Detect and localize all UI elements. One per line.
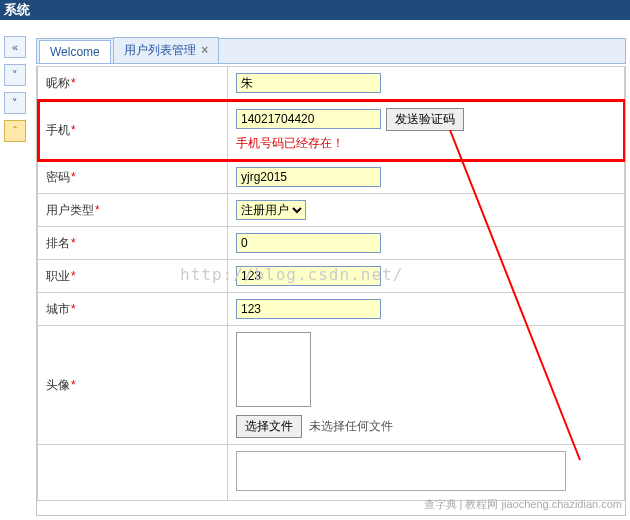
usertype-select[interactable]: 注册用户: [236, 200, 306, 220]
label-job: 职业*: [38, 260, 228, 293]
collapse-left-icon: «: [12, 41, 18, 53]
label-phone: 手机*: [38, 100, 228, 161]
nickname-input[interactable]: [236, 73, 381, 93]
row-rank: 排名*: [38, 227, 625, 260]
window-title: 系统: [4, 2, 30, 17]
tab-user-list[interactable]: 用户列表管理 ×: [113, 37, 219, 63]
form-panel: 昵称* 手机* 发送验证码 手机号码已经存在！ 密码* 用户类型* 注册用户 排…: [36, 66, 626, 516]
extra-textarea[interactable]: [236, 451, 566, 491]
sidebar-down-button-1[interactable]: ˅: [4, 64, 26, 86]
sidebar-up-button[interactable]: ˆ: [4, 120, 26, 142]
window-title-bar: 系统: [0, 0, 630, 20]
label-password: 密码*: [38, 161, 228, 194]
tab-label: 用户列表管理: [124, 43, 196, 57]
label-usertype: 用户类型*: [38, 194, 228, 227]
sidebar: « ˅ ˅ ˆ: [0, 30, 30, 148]
file-status-text: 未选择任何文件: [309, 419, 393, 433]
password-input[interactable]: [236, 167, 381, 187]
row-password: 密码*: [38, 161, 625, 194]
job-input[interactable]: [236, 266, 381, 286]
row-avatar: 头像* 选择文件 未选择任何文件: [38, 326, 625, 445]
row-job: 职业*: [38, 260, 625, 293]
phone-error-message: 手机号码已经存在！: [236, 135, 616, 152]
avatar-preview: [236, 332, 311, 407]
row-usertype: 用户类型* 注册用户: [38, 194, 625, 227]
row-nickname: 昵称*: [38, 67, 625, 100]
chevron-down-icon: ˅: [12, 97, 18, 110]
rank-input[interactable]: [236, 233, 381, 253]
choose-file-button[interactable]: 选择文件: [236, 415, 302, 438]
tab-bar: Welcome 用户列表管理 ×: [36, 38, 626, 64]
row-textarea: [38, 445, 625, 501]
label-rank: 排名*: [38, 227, 228, 260]
label-avatar: 头像*: [38, 326, 228, 445]
city-input[interactable]: [236, 299, 381, 319]
phone-input[interactable]: [236, 109, 381, 129]
label-nickname: 昵称*: [38, 67, 228, 100]
send-code-button[interactable]: 发送验证码: [386, 108, 464, 131]
row-city: 城市*: [38, 293, 625, 326]
form-table: 昵称* 手机* 发送验证码 手机号码已经存在！ 密码* 用户类型* 注册用户 排…: [37, 66, 625, 501]
sidebar-down-button-2[interactable]: ˅: [4, 92, 26, 114]
tab-close-icon[interactable]: ×: [201, 43, 208, 57]
chevron-up-icon: ˆ: [13, 125, 17, 137]
row-phone: 手机* 发送验证码 手机号码已经存在！: [38, 100, 625, 161]
chevron-down-icon: ˅: [12, 69, 18, 82]
sidebar-collapse-button[interactable]: «: [4, 36, 26, 58]
label-city: 城市*: [38, 293, 228, 326]
tab-welcome[interactable]: Welcome: [39, 40, 111, 63]
tab-label: Welcome: [50, 45, 100, 59]
